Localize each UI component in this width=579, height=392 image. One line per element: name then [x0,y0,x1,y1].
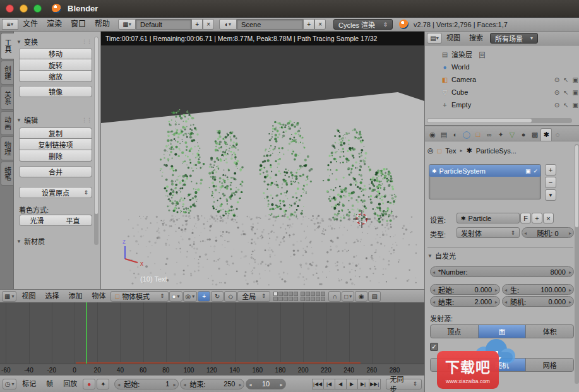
particle-number-field[interactable]: ◂ *Number: 8000 ▸ [430,266,574,277]
outliner-row-empty[interactable]: + Empty ⊙ ↖ ▣ [425,98,578,111]
layer-cell[interactable] [301,292,305,296]
play-button[interactable]: ▶ [346,379,358,389]
particle-system-item[interactable]: ✱ ParticleSystem ▣ ✓ [429,165,540,177]
eye-icon[interactable]: ⊙ [554,102,559,109]
outliner-row-world[interactable]: ● World [425,61,578,73]
section-edit[interactable]: ▼ 编辑 ⋮⋮ [16,115,92,125]
add-particle-system-button[interactable]: + [545,164,556,175]
tab-material-icon[interactable]: ● [518,128,529,141]
menu-marker[interactable]: 标记 [18,377,40,391]
layer-cell[interactable] [321,297,325,301]
keying-set-button[interactable]: ✦ [97,379,109,389]
layer-cell[interactable] [294,297,298,301]
menu-render[interactable]: 渲染 [42,18,66,31]
join-button[interactable]: 合并 [19,166,92,177]
orientation-select[interactable]: 全局 ⇕ [237,291,270,302]
scene-name-field[interactable]: Scene [237,19,303,30]
layer-cell[interactable] [289,292,293,296]
lifetime-field[interactable]: ◂ 生: 100.000 ▸ [502,284,574,295]
render-engine-select[interactable]: Cycles 渲染 ⇕ [333,19,393,30]
layer-cell[interactable] [294,292,298,296]
editor-type-button[interactable]: ▦ ▾ [2,291,16,302]
layer-cell[interactable] [321,292,325,296]
shade-flat-button[interactable]: 平直 [54,215,92,226]
prev-keyframe-button[interactable]: |◀ [323,379,335,389]
layer-cell[interactable] [273,297,278,301]
set-origin-button[interactable]: 设置原点 ⇕ [19,187,92,198]
menu-window[interactable]: 窗口 [66,18,90,31]
layer-cell[interactable] [273,292,278,296]
layer-cell[interactable] [284,297,288,301]
tab-world-icon[interactable]: ◯ [461,128,472,141]
current-frame-line[interactable] [86,302,87,364]
eye-icon[interactable]: ⊙ [554,76,559,83]
render-opengl-anim-button[interactable]: ▤ [368,291,381,302]
dist-jittered-button[interactable]: 抖动 [430,358,479,372]
tab-data-icon[interactable]: ▽ [506,128,518,141]
menu-file[interactable]: 文件 [18,18,42,31]
tab-modifiers-icon[interactable]: ✦ [495,128,506,141]
outliner-scrollbar[interactable] [427,118,572,123]
minimize-button[interactable] [20,4,28,13]
mirror-button[interactable]: 镜像 [19,86,92,97]
layer-cell[interactable] [289,297,293,301]
start-frame-field[interactable]: ◂ 起始: 1 ▸ [114,379,179,389]
tab-scene-icon[interactable]: ◐ [450,128,461,141]
layer-cell[interactable] [284,292,288,296]
emit-faces-button[interactable]: 面 [478,324,527,338]
selectable-icon[interactable]: ↖ [563,76,568,83]
jump-start-button[interactable]: |◀◀ [312,379,324,389]
tab-physics[interactable]: 物理 [1,136,14,160]
shade-smooth-button[interactable]: 光滑 [19,215,55,226]
tab-create[interactable]: 创建 [1,61,14,85]
render-toggle-icon[interactable]: ▣ [573,76,578,83]
screen-browse-button[interactable]: ▦ ▾ [118,19,136,30]
specials-menu-button[interactable]: ▼ [545,189,556,201]
menu-view[interactable]: 视图 [17,290,40,303]
manipulator-translate-button[interactable]: + [198,291,210,302]
scale-button[interactable]: 缩放 [19,71,92,82]
layer-cell[interactable] [311,297,315,301]
tab-animation[interactable]: 动画 [1,111,14,135]
toolshelf-scrollbar[interactable] [94,37,98,245]
layer-cell[interactable] [316,292,320,296]
enabled-checkbox[interactable]: ✓ [533,168,538,174]
outliner-filter-select[interactable]: 所有场景 ▾ [490,33,538,44]
section-emission[interactable]: ▼ 自发光 [427,247,573,261]
layer-cell[interactable] [311,292,315,296]
selectable-icon[interactable]: ↖ [563,89,568,96]
manipulator-scale-button[interactable]: ◇ [224,291,237,302]
tab-render-icon[interactable]: ◉ [427,128,438,141]
selectable-icon[interactable]: ↖ [563,102,568,109]
properties-scrollbar[interactable] [575,144,579,384]
manipulator-rotate-button[interactable]: ↻ [211,291,224,302]
close-button[interactable] [6,4,14,13]
layer-cell[interactable] [278,292,283,296]
tab-physics-icon[interactable]: ◌ [552,128,563,141]
scene-browse-button[interactable]: ◐ ▾ [219,19,237,30]
menu-help[interactable]: 帮助 [90,18,114,31]
section-material[interactable]: ▼ 新材质 [16,236,92,246]
editor-type-button[interactable]: ◷ ▾ [3,379,16,389]
editor-type-button[interactable]: ▤ ▾ [427,33,442,44]
menu-select[interactable]: 选择 [40,290,63,303]
tab-particles-icon[interactable]: ✱ [540,128,552,141]
maximize-button[interactable] [33,4,42,13]
layer-cell[interactable] [306,292,310,296]
shading-select[interactable]: ● ▾ [169,291,182,302]
new-settings-button[interactable]: + [532,213,542,223]
mode-select[interactable]: □ 物体模式 ⇕ [110,291,169,302]
frame-end-field[interactable]: ◂ 结束: 2.000 ▸ [430,296,500,307]
remove-particle-system-button[interactable]: − [545,177,556,188]
menu-view[interactable]: 视图 [442,32,465,45]
emit-volume-button[interactable]: 体积 [525,324,574,338]
breadcrumb-particles[interactable]: ParticleSys... [476,147,516,155]
current-frame-field[interactable]: ◂ 10 ▸ [246,379,285,389]
tab-render-layers-icon[interactable]: ▤ [438,128,450,141]
scene-add-button[interactable]: + [303,19,314,30]
snap-element-select[interactable]: □ ▾ [342,291,354,302]
delete-button[interactable]: 删除 [19,150,92,162]
outliner-row-renderlayer[interactable]: ▤ 渲染层 回 [425,48,578,61]
emit-verts-button[interactable]: 顶点 [430,324,479,338]
duplicate-linked-button[interactable]: 复制链接项 [19,139,92,150]
